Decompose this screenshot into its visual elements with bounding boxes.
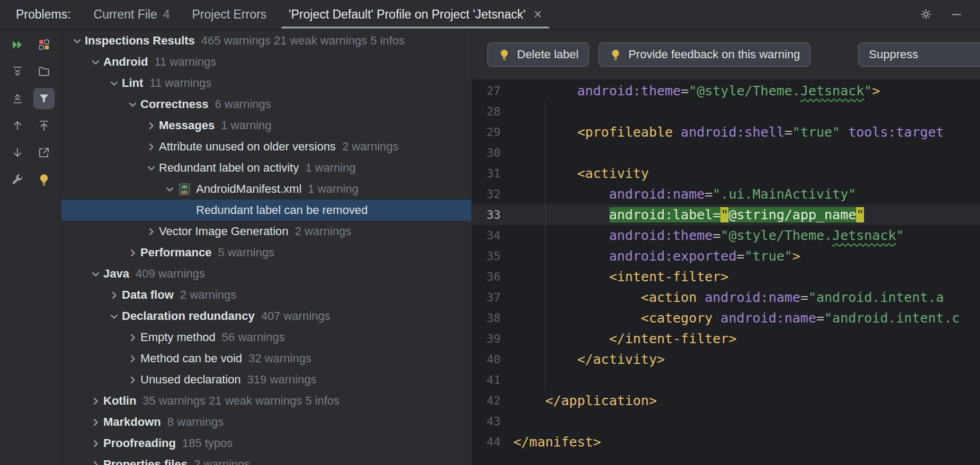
- code-line-37[interactable]: 37 <action android:name="android.intent.…: [472, 287, 980, 308]
- hide-tool-window-button[interactable]: [949, 7, 964, 22]
- chevron-right-icon[interactable]: [87, 393, 103, 409]
- tab-project-errors[interactable]: Project Errors: [181, 0, 278, 29]
- tree-row-java[interactable]: Java409 warnings: [61, 263, 471, 284]
- chevron-right-icon[interactable]: [124, 351, 140, 366]
- chevron-right-icon[interactable]: [143, 118, 159, 133]
- editor-preview[interactable]: 27 android:theme="@style/Theme.Jetsnack"…: [472, 79, 980, 465]
- group-by-directory-button[interactable]: [31, 61, 57, 82]
- inspections-toolbar: [0, 29, 61, 465]
- tab-current-file[interactable]: Current File4: [83, 0, 181, 29]
- tree-row-redundant-label-on-activity[interactable]: Redundant label on activity1 warning: [61, 157, 471, 178]
- chevron-down-icon[interactable]: [87, 266, 103, 282]
- code-line-33[interactable]: 33 android:label="@string/app_name": [472, 204, 980, 225]
- chevron-right-icon[interactable]: [124, 245, 140, 261]
- line-number[interactable]: 30: [472, 142, 509, 163]
- code-line-28[interactable]: 28: [472, 101, 980, 122]
- tree-row-unused-declaration[interactable]: Unused declaration319 warnings: [61, 369, 471, 390]
- tree-row-android[interactable]: Android11 warnings: [61, 51, 471, 73]
- chevron-right-icon[interactable]: [87, 414, 103, 430]
- tree-row-proofreading[interactable]: Proofreading185 typos: [61, 433, 471, 454]
- tree-row-declaration-redundancy[interactable]: Declaration redundancy407 warnings: [61, 306, 471, 327]
- chevron-right-icon[interactable]: [124, 329, 140, 345]
- tree-row-lint[interactable]: Lint11 warnings: [61, 73, 471, 94]
- line-number[interactable]: 32: [472, 184, 509, 204]
- code-line-41[interactable]: 41: [472, 370, 980, 390]
- tab-project-default-profile-on-project-jetsnack[interactable]: 'Project Default' Profile on Project 'Je…: [278, 0, 553, 29]
- code-line-35[interactable]: 35 android:exported="true">: [472, 246, 980, 266]
- chevron-down-icon[interactable]: [162, 181, 177, 197]
- tree-row-kotlin[interactable]: Kotlin35 warnings 21 weak warnings 5 inf…: [61, 390, 471, 412]
- line-number[interactable]: 39: [472, 328, 509, 349]
- open-in-editor-button[interactable]: [31, 142, 57, 163]
- line-number[interactable]: 43: [472, 411, 509, 432]
- provide-feedback-on-this-warning-button[interactable]: Provide feedback on this warning: [599, 42, 810, 67]
- code-line-34[interactable]: 34 android:theme="@style/Theme.Jetsnack": [472, 225, 980, 246]
- chevron-down-icon[interactable]: [87, 54, 103, 70]
- chevron-right-icon[interactable]: [143, 139, 159, 155]
- tree-row-method-can-be-void[interactable]: Method can be void32 warnings: [61, 348, 471, 369]
- chevron-down-icon[interactable]: [69, 33, 85, 49]
- close-tab-icon[interactable]: ×: [533, 7, 542, 22]
- line-number[interactable]: 40: [472, 349, 509, 370]
- code-line-40[interactable]: 40 </activity>: [472, 349, 980, 370]
- collapse-all-button[interactable]: [4, 88, 31, 109]
- tree-row-empty-method[interactable]: Empty method56 warnings: [61, 327, 471, 348]
- line-number[interactable]: 35: [472, 246, 509, 266]
- tree-row-correctness[interactable]: Correctness6 warnings: [61, 94, 471, 115]
- chevron-right-icon[interactable]: [143, 223, 159, 239]
- line-number[interactable]: 38: [472, 308, 509, 328]
- code-line-31[interactable]: 31 <activity: [472, 163, 980, 184]
- line-number[interactable]: 44: [472, 432, 509, 452]
- code-line-30[interactable]: 30: [472, 142, 980, 163]
- inspection-settings-button[interactable]: [4, 169, 31, 190]
- code-line-29[interactable]: 29 <profileable android:shell="true" too…: [472, 122, 980, 142]
- code-line-44[interactable]: 44</manifest>: [472, 432, 980, 452]
- code-line-27[interactable]: 27 android:theme="@style/Theme.Jetsnack"…: [472, 81, 980, 101]
- line-number[interactable]: 33: [472, 204, 509, 225]
- chevron-down-icon[interactable]: [143, 160, 159, 176]
- tree-row-data-flow[interactable]: Data flow2 warnings: [61, 284, 471, 306]
- tree-row-vector-image-generation[interactable]: Vector Image Generation2 warnings: [61, 221, 471, 242]
- line-number[interactable]: 41: [472, 370, 509, 390]
- rerun-inspections-button[interactable]: [4, 34, 31, 55]
- code-line-32[interactable]: 32 android:name=".ui.MainActivity": [472, 184, 980, 204]
- tree-row-markdown[interactable]: Markdown8 warnings: [61, 412, 471, 433]
- chevron-right-icon[interactable]: [87, 457, 103, 465]
- tree-row-properties-files[interactable]: Properties files2 warnings: [61, 454, 471, 465]
- chevron-right-icon[interactable]: [124, 372, 140, 388]
- next-problem-button[interactable]: [4, 142, 31, 163]
- severity-filter-button[interactable]: [31, 34, 57, 55]
- line-number[interactable]: 31: [472, 163, 509, 184]
- tree-row-attribute-unused-on-older-versions[interactable]: Attribute unused on older versions2 warn…: [61, 136, 471, 157]
- expand-all-button[interactable]: [4, 61, 31, 82]
- delete-label-button[interactable]: Delete label: [487, 42, 589, 67]
- filter-problems-button[interactable]: [31, 88, 57, 109]
- line-number[interactable]: 42: [472, 390, 509, 411]
- code-line-36[interactable]: 36 <intent-filter>: [472, 266, 980, 287]
- tree-row-redundant-label-can-be-removed[interactable]: Redundant label can be removed: [61, 200, 471, 221]
- tree-row-performance[interactable]: Performance5 warnings: [61, 242, 471, 263]
- line-number[interactable]: 28: [472, 101, 509, 122]
- code-line-38[interactable]: 38 <category android:name="android.inten…: [472, 308, 980, 328]
- previous-problem-button[interactable]: [4, 115, 31, 136]
- scroll-to-top-button[interactable]: [31, 115, 57, 136]
- quick-fix-bulb-button[interactable]: [31, 169, 57, 190]
- code-line-42[interactable]: 42 </application>: [472, 390, 980, 411]
- tree-row-androidmanifest-xml[interactable]: MFAndroidManifest.xml1 warning: [61, 178, 471, 200]
- line-number[interactable]: 34: [472, 225, 509, 246]
- code-line-43[interactable]: 43: [472, 411, 980, 432]
- suppress-button[interactable]: Suppress: [858, 42, 980, 67]
- line-number[interactable]: 36: [472, 266, 509, 287]
- chevron-down-icon[interactable]: [106, 75, 122, 91]
- code-line-39[interactable]: 39 </intent-filter>: [472, 328, 980, 349]
- settings-gear-button[interactable]: [919, 7, 933, 22]
- tree-row-messages[interactable]: Messages1 warning: [61, 115, 471, 136]
- line-number[interactable]: 27: [472, 81, 509, 101]
- chevron-right-icon[interactable]: [87, 435, 103, 451]
- line-number[interactable]: 37: [472, 287, 509, 308]
- chevron-right-icon[interactable]: [106, 287, 122, 303]
- line-number[interactable]: 29: [472, 122, 509, 142]
- tree-row-inspections-results[interactable]: Inspections Results465 warnings 21 weak …: [61, 30, 471, 51]
- chevron-down-icon[interactable]: [106, 308, 122, 324]
- chevron-down-icon[interactable]: [124, 96, 140, 112]
